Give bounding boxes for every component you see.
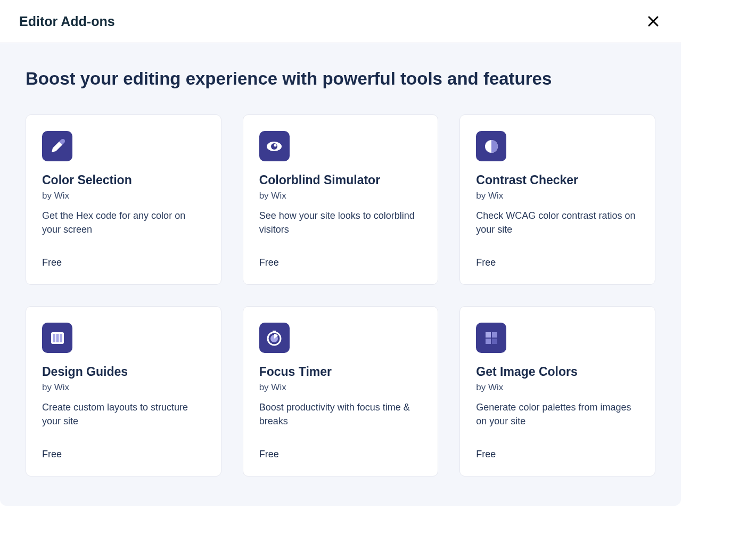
addon-desc: Get the Hex code for any color on your s…: [42, 209, 205, 242]
svg-rect-9: [56, 334, 59, 342]
addon-price: Free: [476, 257, 639, 268]
addon-title: Colorblind Simulator: [259, 173, 422, 187]
contrast-icon: [476, 131, 506, 161]
addon-title: Focus Timer: [259, 365, 422, 379]
modal-title: Editor Add-ons: [19, 14, 115, 29]
svg-rect-8: [53, 334, 55, 342]
addon-title: Design Guides: [42, 365, 205, 379]
palette-grid-icon: [476, 323, 506, 353]
addon-card-color-selection[interactable]: Color Selection by Wix Get the Hex code …: [26, 114, 221, 285]
addon-price: Free: [42, 257, 205, 268]
columns-icon: [42, 323, 72, 353]
addon-price: Free: [42, 449, 205, 460]
addon-desc: Generate color palettes from images on y…: [476, 400, 639, 434]
addon-title: Contrast Checker: [476, 173, 639, 187]
svg-point-4: [271, 143, 277, 150]
addon-card-focus-timer[interactable]: Focus Timer by Wix Boost productivity wi…: [243, 306, 439, 476]
addon-card-colorblind-simulator[interactable]: Colorblind Simulator by Wix See how your…: [243, 114, 439, 285]
addon-desc: See how your site looks to colorblind vi…: [259, 209, 422, 242]
addon-desc: Create custom layouts to structure your …: [42, 400, 205, 434]
modal-body[interactable]: Boost your editing experience with power…: [0, 43, 681, 506]
svg-point-5: [274, 144, 277, 146]
addon-author: by Wix: [476, 382, 639, 393]
addon-desc: Check WCAG color contrast ratios on your…: [476, 209, 639, 242]
close-button[interactable]: [645, 13, 662, 30]
addons-grid: Color Selection by Wix Get the Hex code …: [26, 114, 655, 476]
addon-card-design-guides[interactable]: Design Guides by Wix Create custom layou…: [26, 306, 221, 476]
addon-card-contrast-checker[interactable]: Contrast Checker by Wix Check WCAG color…: [459, 114, 655, 285]
modal-header: Editor Add-ons: [0, 0, 681, 43]
editor-addons-modal: Editor Add-ons Boost your editing experi…: [0, 0, 681, 506]
svg-rect-16: [486, 339, 491, 344]
addon-author: by Wix: [476, 191, 639, 201]
svg-rect-14: [486, 332, 491, 338]
addon-card-get-image-colors[interactable]: Get Image Colors by Wix Generate color p…: [459, 306, 655, 476]
addon-price: Free: [259, 449, 422, 460]
addon-price: Free: [476, 449, 639, 460]
svg-rect-10: [60, 334, 62, 342]
svg-rect-17: [492, 339, 497, 344]
addon-author: by Wix: [259, 191, 422, 201]
svg-rect-13: [273, 331, 276, 332]
svg-rect-15: [492, 332, 497, 338]
headline: Boost your editing experience with power…: [26, 69, 655, 89]
timer-icon: [259, 323, 290, 353]
addon-desc: Boost productivity with focus time & bre…: [259, 400, 422, 434]
addon-title: Get Image Colors: [476, 365, 639, 379]
close-icon: [647, 15, 659, 27]
addon-title: Color Selection: [42, 173, 205, 187]
addon-price: Free: [259, 257, 422, 268]
svg-point-2: [61, 139, 65, 143]
eyedropper-icon: [42, 131, 72, 161]
eye-icon: [259, 131, 290, 161]
addon-author: by Wix: [42, 191, 205, 201]
addon-author: by Wix: [42, 382, 205, 393]
addon-author: by Wix: [259, 382, 422, 393]
